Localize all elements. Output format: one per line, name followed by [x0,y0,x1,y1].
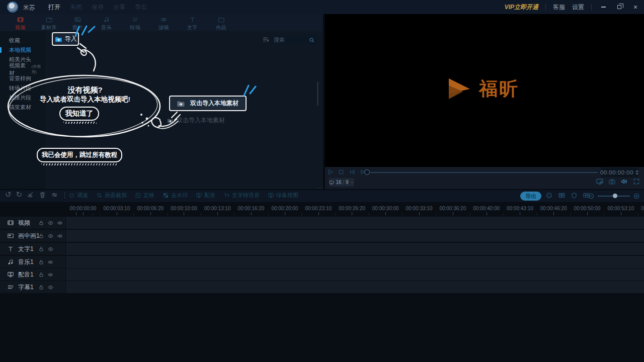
undo-icon[interactable]: ↺ [5,191,12,199]
adjust-icon[interactable] [51,191,58,199]
track-lane[interactable] [66,268,644,281]
seek-handle[interactable] [364,169,370,175]
search-input[interactable] [274,37,308,43]
timecode-display: 00:00:00:00 [601,167,638,177]
watermark-icon [163,192,169,199]
close-button[interactable]: × [631,3,640,12]
ruler-minor-ticks [65,214,644,215]
tab-filter[interactable]: 滤镜 [149,14,178,31]
screen-record-icon[interactable] [596,177,604,186]
double-click-import-button[interactable]: 双击导入本地素材 [169,96,247,111]
lock-icon[interactable] [38,284,44,290]
snapshot-icon[interactable] [608,178,616,186]
tool-freeze-frame[interactable]: 定格 [135,192,154,199]
track-lane[interactable] [66,230,644,242]
ruler-timecode: 00:00:03:10 [100,206,134,211]
tab-video[interactable]: 视频 [6,14,35,31]
render-icon[interactable] [545,192,553,199]
import-button[interactable]: 导入 [52,32,79,46]
audio-icon[interactable] [47,259,54,265]
tab-image[interactable]: 图片 [63,14,92,31]
eye-icon[interactable] [47,220,54,226]
sidebar-item-video-assets[interactable]: 视频素材(非商用) [0,64,45,74]
tutorial-skip-button[interactable]: 我已会使用，跳过所有教程 [37,148,122,162]
lock-icon[interactable] [38,259,44,265]
track-header-pip: 画中画1 [0,230,65,242]
prev-frame-icon[interactable] [348,168,356,176]
audio-icon[interactable] [47,272,54,278]
volume-icon[interactable] [620,177,628,186]
tab-music[interactable]: 音乐 [92,14,121,31]
monitor-icon [329,180,334,185]
lock-icon[interactable] [38,272,44,278]
storyboard-icon[interactable] [558,192,566,199]
ruler-timecode: 00:00:50:00 [570,206,604,211]
tool-speed[interactable]: 调速 [68,192,88,199]
delete-icon[interactable] [39,191,46,199]
tab-transition[interactable]: 转场 [121,14,149,31]
track-lane[interactable] [66,243,644,255]
sidebar-item-backgrounds[interactable]: 背景样例 [0,74,45,83]
eye-icon[interactable] [47,233,54,239]
search-icon[interactable] [308,37,315,43]
eye-icon[interactable] [47,246,54,252]
track-lane[interactable] [66,281,644,293]
tab-library[interactable]: 素材库 [35,14,63,31]
maximize-button[interactable] [615,3,624,12]
lock-icon[interactable] [38,220,44,226]
search-box [271,34,318,45]
play-icon[interactable] [326,168,334,176]
tab-text[interactable]: 文字 [178,14,207,31]
lock-icon[interactable] [38,246,44,252]
track-lane[interactable] [66,217,644,229]
film-icon [17,16,24,23]
sidebar-item-favorites[interactable]: 收藏 [0,36,45,45]
guard-icon[interactable] [571,192,578,199]
tutorial-confirm-button[interactable]: 我知道了 [59,107,99,121]
tool-crop[interactable]: 画面裁剪 [96,192,127,199]
tool-text-to-speech[interactable]: 文字转语音 [223,192,260,199]
zoom-in-icon[interactable] [633,193,640,200]
divider [591,4,592,10]
redo-icon[interactable]: ↻ [16,191,23,199]
timeline-zoom-controls [588,192,640,201]
ruler-timecode: 00:00:46:20 [536,206,571,211]
watermark: 福昕 [448,76,519,102]
export-button[interactable]: 导出 [520,192,541,201]
tool-voiceover[interactable]: 配音 [196,192,215,199]
audio-icon[interactable] [57,233,63,239]
zoom-slider-handle[interactable] [613,194,617,198]
ruler-timecode: 00:00:16:20 [234,206,268,211]
timeline-zoom-slider[interactable] [598,192,630,201]
tab-works[interactable]: 作品 [207,14,235,31]
track-voiceover: 配音1 [0,268,644,281]
tool-remove-watermark[interactable]: 去水印 [163,192,188,199]
aspect-ratio-selector[interactable]: 16 : 9 [329,178,354,187]
minimize-button[interactable] [599,3,608,12]
hatch-underline [63,122,97,124]
seek-bar[interactable] [370,172,598,173]
stop-icon[interactable] [337,168,345,176]
menu-open[interactable]: 打开 [48,3,60,12]
import-folder-icon [54,35,62,43]
voiceover-icon [196,192,202,199]
edit-tools: 调速 画面裁剪 定格 去水印 配音 文字转语音 绿幕抠图 [68,192,298,199]
track-lane[interactable] [66,256,644,268]
panel-scrollbar[interactable] [317,81,318,106]
settings-link[interactable]: 设置 [572,3,584,12]
fullscreen-icon[interactable] [633,178,640,185]
sidebar-item-local-video[interactable]: 本地视频 [0,45,45,55]
audio-icon[interactable] [57,220,63,226]
tool-greenscreen[interactable]: 绿幕抠图 [268,192,298,199]
ruler-timecode: 00:00:13:10 [200,206,234,211]
cut-icon[interactable] [27,191,34,199]
track-music: 音乐1 [0,256,644,268]
vip-upgrade-link[interactable]: VIP立即开通 [505,3,538,12]
sort-icon[interactable] [262,36,270,43]
user-avatar[interactable] [7,2,18,13]
lock-icon[interactable] [38,233,44,239]
support-link[interactable]: 客服 [553,3,565,12]
eye-icon[interactable] [47,284,54,291]
timecode-stepper[interactable] [635,170,638,175]
zoom-out-icon[interactable] [588,193,595,200]
